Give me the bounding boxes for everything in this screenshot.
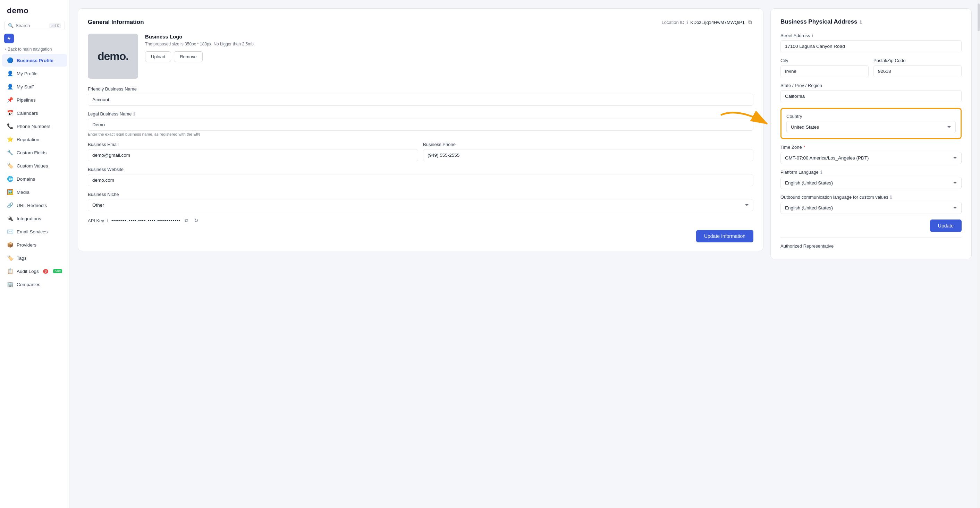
- sidebar-item-providers[interactable]: 📦 Providers: [2, 238, 67, 251]
- sidebar-item-label: Audit Logs: [17, 269, 39, 274]
- sidebar-item-integrations[interactable]: 🔌 Integrations: [2, 212, 67, 225]
- outbound-lang-info-icon: ℹ: [890, 195, 892, 200]
- general-info-footer: Update Information: [88, 230, 753, 242]
- sidebar-item-pipelines[interactable]: 📌 Pipelines: [2, 94, 67, 106]
- custom-values-icon: 🏷️: [7, 163, 13, 169]
- sidebar-item-label: Custom Values: [17, 164, 48, 168]
- street-label: Street Address ℹ: [780, 33, 962, 38]
- domains-icon: 🌐: [7, 176, 13, 182]
- sidebar-item-label: Calendars: [17, 111, 38, 116]
- sidebar-item-label: Media: [17, 190, 30, 195]
- sidebar-item-label: Phone Numbers: [17, 124, 51, 129]
- logo-section: demo. Business Logo The proposed size is…: [88, 33, 753, 79]
- sidebar-item-label: My Staff: [17, 84, 33, 89]
- audit-logs-badge: 8: [43, 269, 49, 274]
- scrollbar[interactable]: [977, 0, 980, 508]
- back-arrow-icon: ‹: [5, 47, 6, 52]
- update-information-button[interactable]: Update Information: [696, 230, 753, 242]
- timezone-select[interactable]: GMT-07:00 America/Los_Angeles (PDT) GMT-…: [780, 152, 962, 164]
- sidebar-item-label: Tags: [17, 256, 27, 261]
- copy-location-id-button[interactable]: ⧉: [747, 18, 753, 26]
- sidebar-item-business-profile[interactable]: 🔵 Business Profile: [2, 54, 67, 67]
- general-info-title: General Information Location ID ℹ KDozLr…: [88, 18, 753, 26]
- bolt-button[interactable]: [4, 33, 14, 43]
- outbound-lang-select[interactable]: English (United States) Spanish French: [780, 202, 962, 214]
- api-key-value: ••••••••-••••-••••-••••-••••••••••••: [111, 218, 180, 223]
- location-id-info-icon: ℹ: [686, 20, 688, 25]
- back-nav[interactable]: ‹ Back to main navigation: [0, 45, 69, 54]
- new-badge: new: [53, 269, 62, 273]
- content-row: General Information Location ID ℹ KDozLr…: [78, 8, 972, 259]
- sidebar-item-label: URL Redirects: [17, 203, 47, 208]
- sidebar-item-custom-values[interactable]: 🏷️ Custom Values: [2, 159, 67, 172]
- reputation-icon: ⭐: [7, 136, 13, 143]
- sidebar-item-url-redirects[interactable]: 🔗 URL Redirects: [2, 199, 67, 211]
- sidebar-item-media[interactable]: 🖼️ Media: [2, 186, 67, 198]
- phone-group: Business Phone: [423, 142, 753, 161]
- platform-lang-select[interactable]: English (United States) Spanish French: [780, 177, 962, 189]
- friendly-name-input[interactable]: [88, 94, 753, 106]
- media-icon: 🖼️: [7, 189, 13, 195]
- integrations-icon: 🔌: [7, 215, 13, 222]
- sidebar-item-audit-logs[interactable]: 📋 Audit Logs 8 new: [2, 265, 67, 278]
- sidebar-item-domains[interactable]: 🌐 Domains: [2, 173, 67, 185]
- email-input[interactable]: [88, 149, 418, 161]
- platform-lang-info-icon: ℹ: [820, 170, 822, 175]
- physical-address-info-icon: ℹ: [860, 19, 862, 25]
- sidebar-item-label: Email Services: [17, 229, 48, 234]
- phone-input[interactable]: [423, 149, 753, 161]
- sidebar-item-calendars[interactable]: 📅 Calendars: [2, 107, 67, 119]
- zip-input[interactable]: [873, 65, 962, 77]
- upload-button[interactable]: Upload: [145, 51, 171, 62]
- back-nav-label: Back to main navigation: [8, 47, 52, 52]
- website-input[interactable]: [88, 174, 753, 186]
- sidebar-item-companies[interactable]: 🏢 Companies: [2, 278, 67, 291]
- sidebar-item-email-services[interactable]: ✉️ Email Services: [2, 225, 67, 238]
- logo-preview: demo.: [88, 33, 138, 79]
- copy-api-key-button[interactable]: ⧉: [183, 217, 190, 224]
- search-bar[interactable]: 🔍 Search ctrl K: [4, 21, 65, 30]
- country-highlight-wrapper: Country United States Canada United King…: [780, 108, 962, 139]
- sidebar-item-tags[interactable]: 🏷️ Tags: [2, 252, 67, 264]
- zip-group: Postal/Zip Code: [873, 58, 962, 77]
- logo-subtitle: The proposed size is 350px * 180px. No b…: [145, 41, 254, 46]
- sidebar-item-custom-fields[interactable]: 🔧 Custom Fields: [2, 146, 67, 159]
- city-input[interactable]: [780, 65, 869, 77]
- legal-name-group: Legal Business Name ℹ Enter the exact le…: [88, 111, 753, 136]
- sidebar-item-my-profile[interactable]: 👤 My Profile: [2, 67, 67, 80]
- main-content: General Information Location ID ℹ KDozLr…: [69, 0, 980, 508]
- remove-button[interactable]: Remove: [174, 51, 202, 62]
- street-input[interactable]: [780, 40, 962, 52]
- legal-name-input[interactable]: [88, 119, 753, 131]
- update-button[interactable]: Update: [930, 219, 962, 232]
- platform-lang-group: Platform Language ℹ English (United Stat…: [780, 170, 962, 189]
- niche-select[interactable]: Other Marketing Real Estate Healthcare L…: [88, 199, 753, 211]
- email-services-icon: ✉️: [7, 229, 13, 235]
- sidebar-item-label: Reputation: [17, 137, 39, 142]
- sidebar-item-label: My Profile: [17, 71, 38, 76]
- legal-name-hint: Enter the exact legal business name, as …: [88, 132, 753, 136]
- api-key-label: API Key: [88, 218, 104, 223]
- website-label: Business Website: [88, 167, 753, 172]
- city-group: City: [780, 58, 869, 77]
- sidebar-item-my-staff[interactable]: 👤 My Staff: [2, 81, 67, 93]
- refresh-api-key-button[interactable]: ↻: [192, 217, 200, 224]
- legal-name-info-icon: ℹ: [133, 111, 135, 116]
- country-select[interactable]: United States Canada United Kingdom Aust…: [786, 121, 956, 133]
- sidebar-item-label: Integrations: [17, 216, 41, 221]
- authorized-rep-label: Authorized Representative: [780, 243, 962, 249]
- sidebar-item-label: Domains: [17, 176, 35, 182]
- audit-logs-icon: 📋: [7, 268, 13, 274]
- country-group: Country United States Canada United King…: [780, 108, 962, 139]
- friendly-name-group: Friendly Business Name: [88, 86, 753, 106]
- url-redirects-icon: 🔗: [7, 202, 13, 208]
- state-input[interactable]: [780, 90, 962, 102]
- business-profile-icon: 🔵: [7, 57, 13, 64]
- sidebar-item-label: Providers: [17, 242, 37, 248]
- sidebar-item-reputation[interactable]: ⭐ Reputation: [2, 133, 67, 146]
- timezone-label: Time Zone *: [780, 144, 962, 150]
- city-label: City: [780, 58, 869, 63]
- sidebar-item-phone-numbers[interactable]: 📞 Phone Numbers: [2, 120, 67, 132]
- physical-address-title: Business Physical Address ℹ: [780, 18, 962, 25]
- niche-group: Business Niche Other Marketing Real Esta…: [88, 192, 753, 211]
